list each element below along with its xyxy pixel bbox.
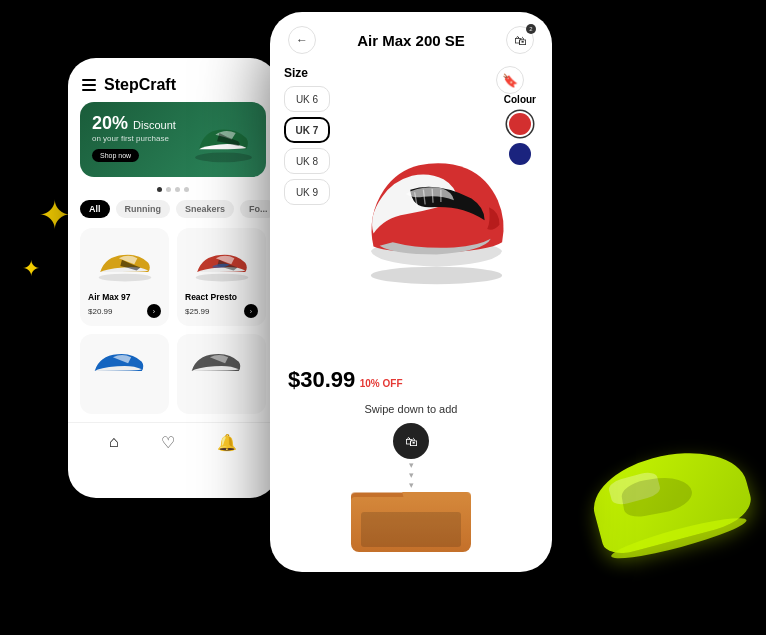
size-options: UK 6 UK 7 UK 8 UK 9: [284, 86, 334, 205]
shoe-box-area: [270, 492, 552, 572]
app-title: StepCraft: [104, 76, 176, 94]
swipe-arrows: ▾ ▾ ▾: [409, 461, 414, 490]
tab-sneakers[interactable]: Sneakers: [176, 200, 234, 218]
product-image-airmax97: [88, 236, 161, 288]
svg-point-3: [370, 267, 501, 285]
size-uk6[interactable]: UK 6: [284, 86, 330, 112]
bottom-nav: ⌂ ♡ 🔔: [68, 422, 278, 460]
tab-all[interactable]: All: [80, 200, 110, 218]
cart-button[interactable]: 🛍 2: [506, 26, 534, 54]
nav-bell-icon[interactable]: 🔔: [217, 433, 237, 452]
tab-running[interactable]: Running: [116, 200, 171, 218]
dot-2: [166, 187, 171, 192]
swipe-label: Swipe down to add: [365, 403, 458, 415]
svg-point-1: [98, 274, 151, 282]
size-column: Size UK 6 UK 7 UK 8 UK 9: [284, 64, 334, 359]
airmax200-shoe-icon: [349, 134, 524, 289]
airmax97-shoe-icon: [94, 241, 156, 283]
product-price: $30.99: [288, 367, 355, 392]
product-price-airmax97: $20.99: [88, 307, 112, 316]
product-card-airmax97[interactable]: Air Max 97 $20.99 ›: [80, 228, 169, 326]
box-body: [351, 497, 471, 552]
bookmark-button[interactable]: 🔖: [496, 66, 524, 94]
product-card-reactpresto[interactable]: React Presto $25.99 ›: [177, 228, 266, 326]
dot-1: [157, 187, 162, 192]
product-arrow-airmax97[interactable]: ›: [147, 304, 161, 318]
dot-4: [184, 187, 189, 192]
main-area: Size UK 6 UK 7 UK 8 UK 9: [270, 64, 552, 359]
stepcraft-header: StepCraft: [68, 70, 278, 102]
banner-shoe-icon: [191, 107, 256, 172]
swipe-arrow-3: ▾: [409, 481, 414, 490]
size-label: Size: [284, 66, 334, 80]
svg-line-6: [432, 189, 433, 203]
size-uk9[interactable]: UK 9: [284, 179, 330, 205]
colour-label: Colour: [504, 94, 536, 105]
phone-back: StepCraft 20% Discount on your first pur…: [68, 58, 278, 498]
green-shoe-decoration: [593, 455, 748, 555]
swipe-section: Swipe down to add 🛍 ▾ ▾ ▾: [270, 397, 552, 490]
menu-icon[interactable]: [82, 79, 96, 91]
colour-blue[interactable]: [509, 143, 531, 165]
product-price-reactpresto: $25.99: [185, 307, 209, 316]
discount-label: Discount: [133, 119, 176, 131]
product-image-reactpresto: [185, 236, 258, 288]
product-name-reactpresto: React Presto: [185, 292, 258, 302]
svg-point-0: [195, 153, 252, 163]
swipe-button[interactable]: 🛍: [393, 423, 429, 459]
category-tabs: All Running Sneakers Fo...: [68, 200, 278, 218]
reactpresto-shoe-icon: [191, 241, 253, 283]
back-button[interactable]: ←: [288, 26, 316, 54]
scene: ✦ ✦ StepCraft 20% Discount: [0, 0, 766, 635]
product-row-2: [68, 334, 278, 414]
svg-point-2: [195, 274, 248, 282]
product-price-row-airmax97: $20.99 ›: [88, 304, 161, 318]
size-uk8[interactable]: UK 8: [284, 148, 330, 174]
product-grid: Air Max 97 $20.99 ›: [68, 228, 278, 326]
product-price-row-reactpresto: $25.99 ›: [185, 304, 258, 318]
swipe-arrow-2: ▾: [409, 471, 414, 480]
discount-badge: 10% OFF: [360, 378, 403, 389]
nav-bookmark-icon[interactable]: ♡: [161, 433, 175, 452]
cart-badge: 2: [526, 24, 536, 34]
colour-section: Colour: [504, 94, 536, 165]
star-small-icon: ✦: [22, 258, 40, 280]
shop-now-button[interactable]: Shop now: [92, 149, 139, 162]
shoe4-icon: [185, 342, 247, 380]
price-section: $30.99 10% OFF: [270, 359, 552, 397]
swipe-arrow-1: ▾: [409, 461, 414, 470]
size-uk7[interactable]: UK 7: [284, 117, 330, 143]
shoe-box: [351, 492, 471, 552]
phone-front: ← Air Max 200 SE 🛍 2 Size UK 6 UK 7 UK 8…: [270, 12, 552, 572]
product-card-3[interactable]: [80, 334, 169, 414]
box-inner: [361, 512, 461, 547]
dot-3: [175, 187, 180, 192]
banner-dots: [68, 187, 278, 192]
shoe3-icon: [88, 342, 150, 380]
detail-header: ← Air Max 200 SE 🛍 2: [270, 12, 552, 64]
product-title: Air Max 200 SE: [357, 32, 465, 49]
star-large-icon: ✦: [38, 195, 72, 235]
colour-red[interactable]: [509, 113, 531, 135]
product-name-airmax97: Air Max 97: [88, 292, 161, 302]
product-arrow-reactpresto[interactable]: ›: [244, 304, 258, 318]
promo-banner: 20% Discount on your first purchase Shop…: [80, 102, 266, 177]
nav-home-icon[interactable]: ⌂: [109, 433, 119, 452]
product-card-4[interactable]: [177, 334, 266, 414]
